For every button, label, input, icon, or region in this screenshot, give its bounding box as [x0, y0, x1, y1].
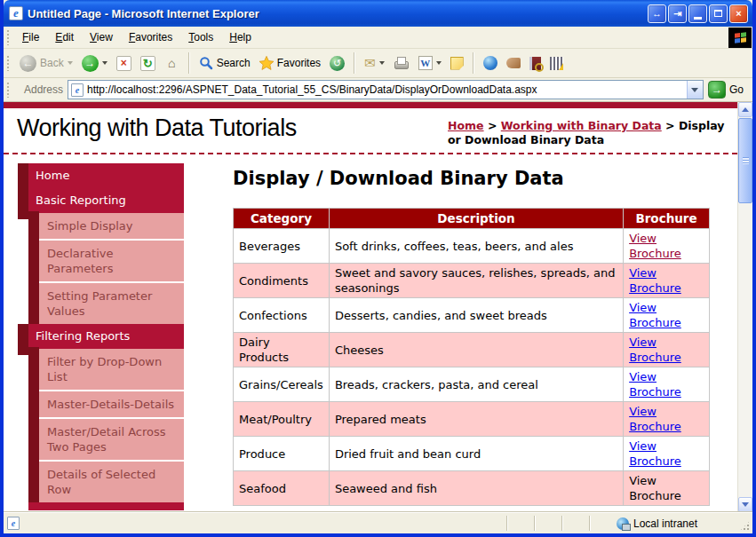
- toolbar: ← Back → × ↻ ⌂ Search Favorites ↺ ✉: [4, 49, 752, 78]
- main-content: Display / Download Binary Data Category …: [233, 163, 710, 512]
- chevron-down-icon: [691, 88, 698, 92]
- view-brochure-link[interactable]: View Brochure: [629, 232, 681, 260]
- favorites-label: Favorites: [277, 57, 321, 69]
- scrollbar-thumb[interactable]: [738, 118, 752, 203]
- stop-button[interactable]: ×: [113, 54, 135, 73]
- view-brochure-link[interactable]: View Brochure: [629, 266, 681, 295]
- menu-favorites[interactable]: Favorites: [121, 28, 180, 47]
- favorites-button[interactable]: Favorites: [256, 54, 324, 72]
- research-icon: [529, 57, 541, 70]
- home-icon: ⌂: [164, 56, 179, 71]
- sidebar: Home Basic Reporting Simple Display Decl…: [18, 163, 184, 512]
- encoding-button[interactable]: [546, 55, 567, 72]
- messenger-button[interactable]: [480, 54, 501, 72]
- breadcrumb-separator: >: [662, 119, 679, 132]
- status-separator: [534, 516, 536, 531]
- page-content: Working with Data Tutorials Home > Worki…: [4, 102, 737, 512]
- toolbar-separator: [354, 52, 355, 74]
- maximize-button[interactable]: [709, 4, 728, 23]
- history-button[interactable]: ↺: [326, 54, 348, 73]
- breadcrumb-home-link[interactable]: Home: [448, 119, 484, 132]
- mail-dropdown-icon: [379, 61, 385, 65]
- toolbar-gripper[interactable]: [6, 55, 11, 71]
- sidebar-item-filtering-reports[interactable]: Filtering Reports: [28, 324, 184, 349]
- scroll-up-button[interactable]: [738, 102, 752, 117]
- view-brochure-text: View Brochure: [629, 474, 681, 502]
- maximize-icon: [714, 10, 722, 17]
- view-brochure-link[interactable]: View Brochure: [629, 301, 681, 329]
- search-button[interactable]: Search: [195, 54, 254, 72]
- detach-button[interactable]: ⇥: [668, 4, 687, 23]
- menu-gripper[interactable]: [6, 29, 11, 45]
- menu-help[interactable]: Help: [221, 28, 259, 47]
- category-cell: Confections: [234, 298, 330, 333]
- address-dropdown-button[interactable]: [687, 81, 703, 99]
- home-button[interactable]: ⌂: [161, 54, 183, 73]
- scroll-down-button[interactable]: [738, 497, 752, 512]
- view-brochure-link[interactable]: View Brochure: [629, 336, 681, 364]
- refresh-button[interactable]: ↻: [137, 54, 159, 73]
- windows-logo-icon: [728, 28, 752, 48]
- sidebar-item-basic-reporting[interactable]: Basic Reporting: [28, 188, 184, 213]
- description-cell: Seaweed and fish: [329, 471, 623, 506]
- sidebar-item-simple-display[interactable]: Simple Display: [39, 213, 184, 239]
- note-icon: [450, 57, 464, 70]
- status-page-icon: [7, 517, 20, 530]
- sidebar-item-details-of-selected-row[interactable]: Details of Selected Row: [39, 462, 184, 502]
- table-row: Meat/Poultry Prepared meats View Brochur…: [234, 402, 710, 437]
- compare-button[interactable]: ↔: [648, 4, 666, 23]
- mail-button[interactable]: ✉: [361, 53, 388, 73]
- sidebar-item-master-details-details[interactable]: Master-Details-Details: [39, 391, 184, 417]
- messenger-icon: [483, 56, 497, 70]
- forward-button[interactable]: →: [78, 53, 111, 74]
- print-icon: [394, 57, 410, 70]
- sidebar-item-home[interactable]: Home: [28, 163, 184, 188]
- addon-button[interactable]: [503, 56, 524, 70]
- print-button[interactable]: [390, 55, 413, 72]
- security-zone: Local intranet: [617, 517, 739, 530]
- menu-file[interactable]: File: [14, 28, 47, 47]
- window-title: Untitled Page - Microsoft Internet Explo…: [28, 7, 648, 20]
- discuss-button[interactable]: [447, 55, 467, 72]
- sidebar-item-declarative-parameters[interactable]: Declarative Parameters: [39, 241, 184, 281]
- breadcrumb-section-link[interactable]: Working with Binary Data: [501, 119, 662, 132]
- go-arrow-icon: →: [708, 81, 726, 99]
- sidebar-item-clipped[interactable]: [28, 502, 184, 510]
- address-gripper[interactable]: [6, 82, 11, 98]
- go-button[interactable]: → Go: [708, 81, 749, 99]
- resize-grip-icon[interactable]: [739, 520, 751, 532]
- view-brochure-link[interactable]: View Brochure: [629, 439, 681, 468]
- menu-view[interactable]: View: [82, 28, 121, 47]
- sidebar-item-master-detail-across-two-pages[interactable]: Master/Detail Across Two Pages: [39, 419, 184, 460]
- category-cell: Beverages: [234, 229, 330, 264]
- address-bar: Address http://localhost:2296/ASPNET_Dat…: [4, 78, 752, 102]
- breadcrumb: Home > Working with Binary Data > Displa…: [448, 119, 725, 147]
- back-label: Back: [40, 57, 64, 69]
- history-icon: ↺: [330, 56, 345, 71]
- research-button[interactable]: [526, 55, 545, 72]
- category-cell: Condiments: [234, 264, 330, 298]
- view-brochure-link[interactable]: View Brochure: [629, 405, 681, 433]
- sidebar-item-filter-by-drop-down-list[interactable]: Filter by Drop-Down List: [39, 349, 184, 390]
- toolbar-separator: [188, 52, 190, 74]
- table-row: Dairy Products Cheeses View Brochure: [234, 333, 710, 367]
- vertical-scrollbar[interactable]: [737, 102, 752, 512]
- scrollbar-track[interactable]: [738, 117, 752, 497]
- table-header-row: Category Description Brochure: [234, 209, 710, 229]
- menu-tools[interactable]: Tools: [180, 28, 221, 47]
- chevron-down-icon: [742, 502, 749, 507]
- edit-with-word-button[interactable]: [415, 54, 445, 72]
- back-button[interactable]: ← Back: [16, 53, 76, 74]
- binary-icon: [550, 57, 563, 70]
- close-button[interactable]: ×: [729, 4, 748, 23]
- minimize-button[interactable]: [688, 4, 707, 23]
- title-bar[interactable]: Untitled Page - Microsoft Internet Explo…: [4, 0, 752, 27]
- address-input[interactable]: http://localhost:2296/ASPNET_Data_Tutori…: [68, 80, 704, 99]
- address-url[interactable]: http://localhost:2296/ASPNET_Data_Tutori…: [84, 83, 687, 96]
- brochure-cell: View Brochure: [624, 229, 710, 264]
- site-header: Working with Data Tutorials Home > Worki…: [4, 108, 737, 154]
- sidebar-item-setting-parameter-values[interactable]: Setting Parameter Values: [39, 283, 184, 324]
- view-brochure-link[interactable]: View Brochure: [629, 370, 681, 399]
- description-cell: Breads, crackers, pasta, and cereal: [329, 367, 623, 402]
- menu-edit[interactable]: Edit: [47, 28, 82, 47]
